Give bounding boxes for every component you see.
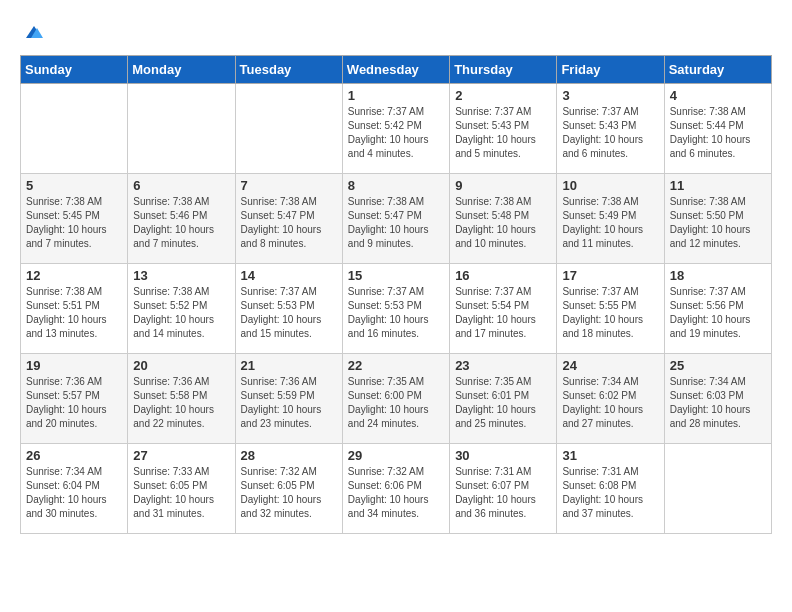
day-number: 13	[133, 268, 229, 283]
day-number: 4	[670, 88, 766, 103]
day-number: 1	[348, 88, 444, 103]
day-info: Sunrise: 7:38 AMSunset: 5:47 PMDaylight:…	[348, 195, 444, 251]
calendar-week-5: 26Sunrise: 7:34 AMSunset: 6:04 PMDayligh…	[21, 443, 772, 533]
day-number: 29	[348, 448, 444, 463]
day-info: Sunrise: 7:37 AMSunset: 5:43 PMDaylight:…	[562, 105, 658, 161]
calendar-cell-1-7: 4Sunrise: 7:38 AMSunset: 5:44 PMDaylight…	[664, 83, 771, 173]
calendar-cell-5-2: 27Sunrise: 7:33 AMSunset: 6:05 PMDayligh…	[128, 443, 235, 533]
calendar-cell-3-3: 14Sunrise: 7:37 AMSunset: 5:53 PMDayligh…	[235, 263, 342, 353]
day-info: Sunrise: 7:34 AMSunset: 6:02 PMDaylight:…	[562, 375, 658, 431]
day-number: 11	[670, 178, 766, 193]
day-info: Sunrise: 7:36 AMSunset: 5:57 PMDaylight:…	[26, 375, 122, 431]
day-info: Sunrise: 7:37 AMSunset: 5:55 PMDaylight:…	[562, 285, 658, 341]
calendar-cell-1-1	[21, 83, 128, 173]
calendar-cell-4-1: 19Sunrise: 7:36 AMSunset: 5:57 PMDayligh…	[21, 353, 128, 443]
calendar-cell-2-4: 8Sunrise: 7:38 AMSunset: 5:47 PMDaylight…	[342, 173, 449, 263]
day-info: Sunrise: 7:37 AMSunset: 5:54 PMDaylight:…	[455, 285, 551, 341]
calendar-cell-2-1: 5Sunrise: 7:38 AMSunset: 5:45 PMDaylight…	[21, 173, 128, 263]
calendar-cell-2-5: 9Sunrise: 7:38 AMSunset: 5:48 PMDaylight…	[450, 173, 557, 263]
day-number: 25	[670, 358, 766, 373]
day-info: Sunrise: 7:38 AMSunset: 5:46 PMDaylight:…	[133, 195, 229, 251]
calendar-cell-1-6: 3Sunrise: 7:37 AMSunset: 5:43 PMDaylight…	[557, 83, 664, 173]
day-info: Sunrise: 7:31 AMSunset: 6:08 PMDaylight:…	[562, 465, 658, 521]
calendar-cell-5-6: 31Sunrise: 7:31 AMSunset: 6:08 PMDayligh…	[557, 443, 664, 533]
day-info: Sunrise: 7:38 AMSunset: 5:49 PMDaylight:…	[562, 195, 658, 251]
day-info: Sunrise: 7:34 AMSunset: 6:03 PMDaylight:…	[670, 375, 766, 431]
calendar-cell-3-2: 13Sunrise: 7:38 AMSunset: 5:52 PMDayligh…	[128, 263, 235, 353]
calendar-table: Sunday Monday Tuesday Wednesday Thursday…	[20, 55, 772, 534]
day-number: 30	[455, 448, 551, 463]
calendar-week-1: 1Sunrise: 7:37 AMSunset: 5:42 PMDaylight…	[21, 83, 772, 173]
day-number: 12	[26, 268, 122, 283]
header-saturday: Saturday	[664, 55, 771, 83]
day-number: 26	[26, 448, 122, 463]
day-info: Sunrise: 7:32 AMSunset: 6:05 PMDaylight:…	[241, 465, 337, 521]
day-number: 7	[241, 178, 337, 193]
day-info: Sunrise: 7:37 AMSunset: 5:56 PMDaylight:…	[670, 285, 766, 341]
day-info: Sunrise: 7:37 AMSunset: 5:53 PMDaylight:…	[241, 285, 337, 341]
day-info: Sunrise: 7:38 AMSunset: 5:44 PMDaylight:…	[670, 105, 766, 161]
weekday-row: Sunday Monday Tuesday Wednesday Thursday…	[21, 55, 772, 83]
calendar-cell-3-5: 16Sunrise: 7:37 AMSunset: 5:54 PMDayligh…	[450, 263, 557, 353]
logo-icon	[22, 20, 46, 44]
day-number: 8	[348, 178, 444, 193]
day-info: Sunrise: 7:36 AMSunset: 5:59 PMDaylight:…	[241, 375, 337, 431]
calendar-week-3: 12Sunrise: 7:38 AMSunset: 5:51 PMDayligh…	[21, 263, 772, 353]
calendar-cell-1-2	[128, 83, 235, 173]
header-friday: Friday	[557, 55, 664, 83]
calendar-cell-4-4: 22Sunrise: 7:35 AMSunset: 6:00 PMDayligh…	[342, 353, 449, 443]
day-number: 22	[348, 358, 444, 373]
header-monday: Monday	[128, 55, 235, 83]
calendar-cell-5-4: 29Sunrise: 7:32 AMSunset: 6:06 PMDayligh…	[342, 443, 449, 533]
day-number: 31	[562, 448, 658, 463]
header-wednesday: Wednesday	[342, 55, 449, 83]
day-info: Sunrise: 7:36 AMSunset: 5:58 PMDaylight:…	[133, 375, 229, 431]
day-number: 10	[562, 178, 658, 193]
calendar-cell-5-1: 26Sunrise: 7:34 AMSunset: 6:04 PMDayligh…	[21, 443, 128, 533]
day-number: 9	[455, 178, 551, 193]
day-info: Sunrise: 7:37 AMSunset: 5:43 PMDaylight:…	[455, 105, 551, 161]
calendar-cell-2-2: 6Sunrise: 7:38 AMSunset: 5:46 PMDaylight…	[128, 173, 235, 263]
day-info: Sunrise: 7:38 AMSunset: 5:45 PMDaylight:…	[26, 195, 122, 251]
day-number: 20	[133, 358, 229, 373]
calendar-cell-3-1: 12Sunrise: 7:38 AMSunset: 5:51 PMDayligh…	[21, 263, 128, 353]
day-info: Sunrise: 7:34 AMSunset: 6:04 PMDaylight:…	[26, 465, 122, 521]
day-info: Sunrise: 7:37 AMSunset: 5:42 PMDaylight:…	[348, 105, 444, 161]
calendar-cell-3-4: 15Sunrise: 7:37 AMSunset: 5:53 PMDayligh…	[342, 263, 449, 353]
calendar-cell-5-3: 28Sunrise: 7:32 AMSunset: 6:05 PMDayligh…	[235, 443, 342, 533]
logo	[20, 20, 46, 45]
calendar-cell-5-5: 30Sunrise: 7:31 AMSunset: 6:07 PMDayligh…	[450, 443, 557, 533]
day-info: Sunrise: 7:38 AMSunset: 5:48 PMDaylight:…	[455, 195, 551, 251]
day-number: 14	[241, 268, 337, 283]
calendar-cell-3-7: 18Sunrise: 7:37 AMSunset: 5:56 PMDayligh…	[664, 263, 771, 353]
day-info: Sunrise: 7:37 AMSunset: 5:53 PMDaylight:…	[348, 285, 444, 341]
calendar-week-4: 19Sunrise: 7:36 AMSunset: 5:57 PMDayligh…	[21, 353, 772, 443]
calendar-cell-4-5: 23Sunrise: 7:35 AMSunset: 6:01 PMDayligh…	[450, 353, 557, 443]
day-info: Sunrise: 7:38 AMSunset: 5:51 PMDaylight:…	[26, 285, 122, 341]
day-info: Sunrise: 7:35 AMSunset: 6:01 PMDaylight:…	[455, 375, 551, 431]
calendar-cell-2-7: 11Sunrise: 7:38 AMSunset: 5:50 PMDayligh…	[664, 173, 771, 263]
day-number: 2	[455, 88, 551, 103]
calendar-cell-4-7: 25Sunrise: 7:34 AMSunset: 6:03 PMDayligh…	[664, 353, 771, 443]
calendar-body: 1Sunrise: 7:37 AMSunset: 5:42 PMDaylight…	[21, 83, 772, 533]
calendar-cell-5-7	[664, 443, 771, 533]
day-number: 24	[562, 358, 658, 373]
day-number: 27	[133, 448, 229, 463]
day-info: Sunrise: 7:35 AMSunset: 6:00 PMDaylight:…	[348, 375, 444, 431]
header-thursday: Thursday	[450, 55, 557, 83]
calendar-cell-2-3: 7Sunrise: 7:38 AMSunset: 5:47 PMDaylight…	[235, 173, 342, 263]
day-info: Sunrise: 7:31 AMSunset: 6:07 PMDaylight:…	[455, 465, 551, 521]
calendar-header: Sunday Monday Tuesday Wednesday Thursday…	[21, 55, 772, 83]
day-number: 6	[133, 178, 229, 193]
day-number: 16	[455, 268, 551, 283]
calendar-cell-2-6: 10Sunrise: 7:38 AMSunset: 5:49 PMDayligh…	[557, 173, 664, 263]
day-info: Sunrise: 7:38 AMSunset: 5:47 PMDaylight:…	[241, 195, 337, 251]
day-number: 21	[241, 358, 337, 373]
header-tuesday: Tuesday	[235, 55, 342, 83]
calendar-cell-1-5: 2Sunrise: 7:37 AMSunset: 5:43 PMDaylight…	[450, 83, 557, 173]
calendar-cell-4-6: 24Sunrise: 7:34 AMSunset: 6:02 PMDayligh…	[557, 353, 664, 443]
day-info: Sunrise: 7:38 AMSunset: 5:50 PMDaylight:…	[670, 195, 766, 251]
calendar-cell-1-4: 1Sunrise: 7:37 AMSunset: 5:42 PMDaylight…	[342, 83, 449, 173]
day-number: 19	[26, 358, 122, 373]
calendar-cell-3-6: 17Sunrise: 7:37 AMSunset: 5:55 PMDayligh…	[557, 263, 664, 353]
